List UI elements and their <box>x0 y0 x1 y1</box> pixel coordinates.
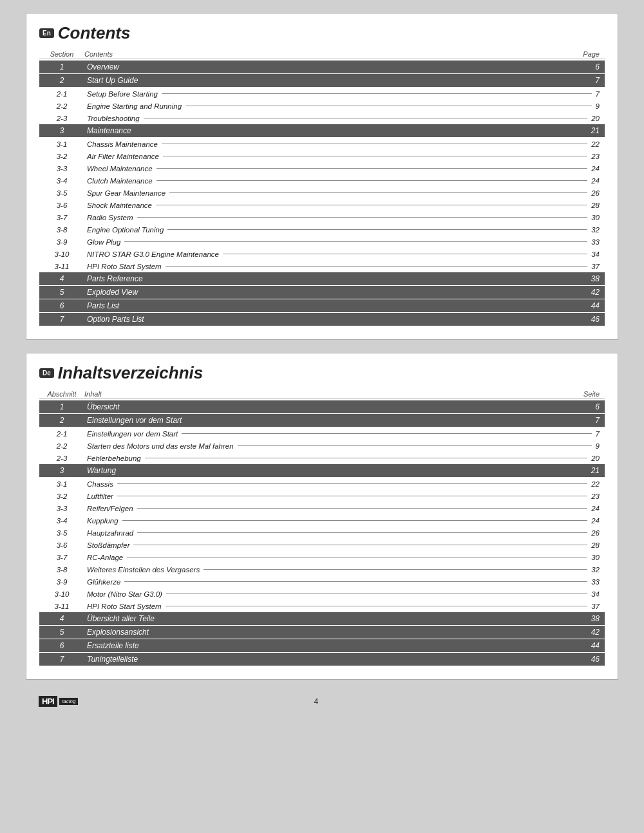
table-row: 3-3Wheel Maintenance24 <box>39 162 605 174</box>
de-toc-rows: 1Übersicht62Einstellungen vor dem Start7… <box>39 400 605 666</box>
table-row: 2-3Troubleshooting20 <box>39 112 605 124</box>
table-row: 3-10NITRO STAR G3.0 Engine Maintenance34 <box>39 248 605 260</box>
page-number: 4 <box>314 697 318 706</box>
de-section-title: Inhaltsverzeichnis <box>58 363 203 383</box>
table-row: 3-4Kupplung24 <box>39 514 605 527</box>
table-row: 6Parts List44 <box>39 299 605 312</box>
table-row: 3-8Engine Optional Tuning32 <box>39 223 605 236</box>
table-row: 5Explosionsansicht42 <box>39 626 605 639</box>
table-row: 3Wartung21 <box>39 464 605 477</box>
table-row: 5Exploded View42 <box>39 286 605 299</box>
table-row: 3-6Shock Maintenance28 <box>39 199 605 211</box>
table-row: 2-1Einstellungen vor dem Start7 <box>39 427 605 440</box>
table-row: 1Übersicht6 <box>39 400 605 413</box>
en-col-headers: Section Contents Page <box>39 50 605 59</box>
hpi-logo: HPI racing <box>39 696 78 707</box>
table-row: 3-2Air Filter Maintenance23 <box>39 150 605 162</box>
german-contents-section: De Inhaltsverzeichnis Abschnitt Inhalt S… <box>26 353 618 680</box>
table-row: 2Start Up Guide7 <box>39 74 605 87</box>
english-contents-section: En Contents Section Contents Page 1Overv… <box>26 13 618 340</box>
en-col-page-label: Page <box>573 50 605 58</box>
logo-racing-text: racing <box>59 698 79 705</box>
de-col-section-label: Abschnitt <box>39 390 84 398</box>
table-row: 3-11HPI Roto Start System37 <box>39 600 605 612</box>
table-row: 2Einstellungen vor dem Start7 <box>39 414 605 427</box>
table-row: 3-7Radio System30 <box>39 211 605 223</box>
table-row: 3Maintenance21 <box>39 124 605 137</box>
en-col-section-label: Section <box>39 50 84 58</box>
en-section-title: Contents <box>58 23 131 43</box>
table-row: 3-8Weiteres Einstellen des Vergasers32 <box>39 563 605 576</box>
de-section-header: De Inhaltsverzeichnis <box>39 363 605 383</box>
table-row: 3-3Reifen/Felgen24 <box>39 502 605 514</box>
table-row: 3-10Motor (Nitro Star G3.0)34 <box>39 588 605 600</box>
table-row: 3-2Luftfilter23 <box>39 490 605 502</box>
table-row: 7Tuningteileliste46 <box>39 653 605 666</box>
en-section-header: En Contents <box>39 23 605 43</box>
en-col-contents-label: Contents <box>84 50 573 58</box>
de-toc-table: Abschnitt Inhalt Seite 1Übersicht62Einst… <box>39 389 605 666</box>
en-toc-rows: 1Overview62Start Up Guide72-1Setup Befor… <box>39 61 605 326</box>
table-row: 3-7RC-Anlage30 <box>39 551 605 563</box>
table-row: 3-5Spur Gear Maintenance26 <box>39 187 605 199</box>
table-row: 3-4Clutch Maintenance24 <box>39 174 605 187</box>
table-row: 6Ersatzteile liste44 <box>39 639 605 652</box>
table-row: 2-2Engine Starting and Running9 <box>39 100 605 112</box>
footer: HPI racing 4 <box>26 693 618 710</box>
en-lang-badge: En <box>39 28 54 38</box>
table-row: 3-9Glow Plug33 <box>39 236 605 248</box>
de-lang-badge: De <box>39 368 54 378</box>
logo-hpi-text: HPI <box>39 696 57 707</box>
table-row: 2-1Setup Before Starting7 <box>39 88 605 100</box>
table-row: 1Overview6 <box>39 61 605 73</box>
table-row: 3-1Chassis22 <box>39 478 605 490</box>
en-toc-table: Section Contents Page 1Overview62Start U… <box>39 50 605 326</box>
table-row: 3-5Hauptzahnrad26 <box>39 527 605 539</box>
table-row: 3-1Chassis Maintenance22 <box>39 138 605 150</box>
table-row: 3-11HPI Roto Start System37 <box>39 260 605 272</box>
table-row: 7Option Parts List46 <box>39 313 605 326</box>
de-col-page-label: Seite <box>573 390 605 398</box>
de-col-headers: Abschnitt Inhalt Seite <box>39 389 605 399</box>
table-row: 3-9Glühkerze33 <box>39 576 605 588</box>
table-row: 3-6Stoßdämpfer28 <box>39 539 605 551</box>
table-row: 2-2Starten des Motors und das erste Mal … <box>39 440 605 452</box>
de-col-contents-label: Inhalt <box>84 390 573 398</box>
table-row: 4Übersicht aller Teile38 <box>39 612 605 625</box>
table-row: 4Parts Reference38 <box>39 272 605 285</box>
table-row: 2-3Fehlerbehebung20 <box>39 452 605 464</box>
